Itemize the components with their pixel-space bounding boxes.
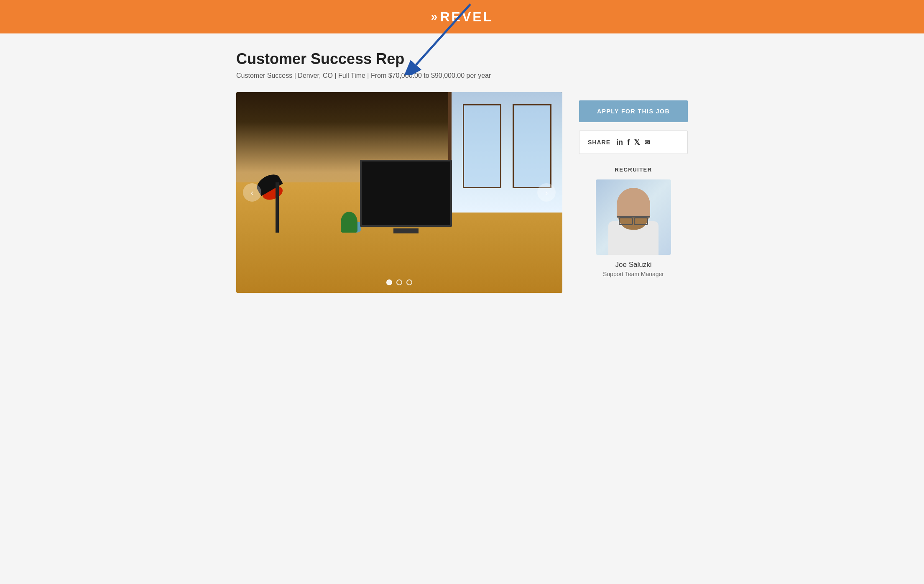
facebook-share-icon[interactable]: f bbox=[627, 138, 630, 147]
prev-label: ‹ bbox=[251, 188, 254, 197]
person-head bbox=[617, 188, 650, 225]
job-meta: Customer Success | Denver, CO | Full Tim… bbox=[236, 72, 562, 79]
job-type: Full Time bbox=[338, 72, 365, 79]
sidebar: APPLY FOR THIS JOB SHARE in f 𝕏 ✉ RECRUI… bbox=[579, 50, 688, 293]
share-icons: in f 𝕏 ✉ bbox=[616, 138, 650, 147]
monitor bbox=[360, 160, 452, 227]
share-label: SHARE bbox=[588, 139, 610, 146]
share-box: SHARE in f 𝕏 ✉ bbox=[579, 131, 688, 154]
person-glasses bbox=[617, 216, 650, 221]
carousel-dot-3[interactable] bbox=[406, 279, 412, 285]
job-title: Customer Success Rep bbox=[236, 50, 562, 68]
office-image bbox=[236, 92, 562, 293]
recruiter-section: RECRUITER Joe Saluzki Support Team Manag… bbox=[579, 162, 688, 277]
annotation-wrapper: Customer Success Rep Customer Success | … bbox=[236, 50, 562, 79]
job-department: Customer Success bbox=[236, 72, 292, 79]
carousel-dots bbox=[386, 279, 412, 285]
apply-button[interactable]: APPLY FOR THIS JOB bbox=[579, 100, 688, 122]
main-content: Customer Success Rep Customer Success | … bbox=[236, 50, 562, 293]
carousel-prev-button[interactable]: ‹ bbox=[243, 183, 261, 202]
recruiter-photo bbox=[596, 179, 671, 255]
carousel-dot-2[interactable] bbox=[396, 279, 402, 285]
recruiter-title: Support Team Manager bbox=[579, 271, 688, 277]
job-location: Denver, CO bbox=[298, 72, 333, 79]
window-pane-1 bbox=[463, 104, 502, 189]
image-carousel: ‹ › bbox=[236, 92, 562, 293]
job-salary: From $70,000.00 to $90,000.00 per year bbox=[371, 72, 491, 79]
logo-chevrons-icon: » bbox=[431, 10, 436, 23]
carousel-next-button[interactable]: › bbox=[537, 183, 556, 202]
plant bbox=[341, 212, 357, 233]
lamp-base bbox=[276, 182, 279, 233]
meta-sep-2: | bbox=[334, 72, 338, 79]
recruiter-name: Joe Saluzki bbox=[579, 261, 688, 269]
recruiter-section-label: RECRUITER bbox=[579, 166, 688, 173]
carousel-dot-1[interactable] bbox=[386, 279, 392, 285]
logo: » REVEL bbox=[431, 9, 493, 25]
logo-text: REVEL bbox=[440, 9, 493, 25]
next-label: › bbox=[545, 188, 548, 197]
email-share-icon[interactable]: ✉ bbox=[644, 138, 650, 146]
twitter-share-icon[interactable]: 𝕏 bbox=[634, 138, 640, 147]
linkedin-share-icon[interactable]: in bbox=[616, 138, 623, 147]
window-pane-2 bbox=[513, 104, 551, 189]
meta-sep-3: | bbox=[367, 72, 371, 79]
site-header: » REVEL bbox=[0, 0, 924, 33]
